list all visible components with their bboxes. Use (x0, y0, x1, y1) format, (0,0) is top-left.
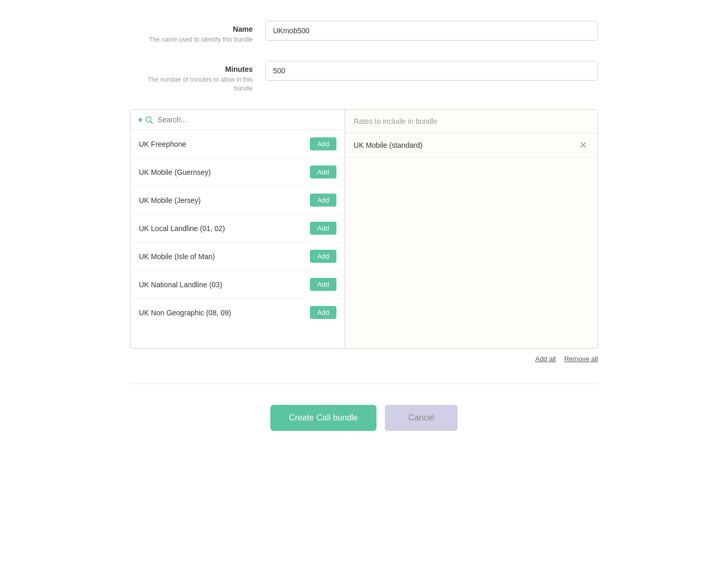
add-rate-button[interactable]: Add (310, 250, 336, 263)
list-item: UK Non Geographic (08, 09) Add (131, 299, 345, 326)
list-item: UK Mobile (Jersey) Add (131, 186, 345, 214)
name-input[interactable] (265, 21, 598, 41)
list-item-label: UK Mobile (Isle of Man) (139, 252, 215, 261)
name-label: Name (130, 25, 253, 33)
right-panel-list: UK Mobile (standard) ✕ (345, 133, 597, 348)
add-rate-button[interactable]: Add (310, 165, 336, 178)
add-rate-button[interactable]: Add (310, 222, 336, 235)
right-panel-header: Rates to include in bundle (345, 110, 597, 133)
form-container: Name The name used to identify this bund… (130, 21, 598, 462)
name-field-row: Name The name used to identify this bund… (130, 21, 598, 44)
add-all-button[interactable]: Add all (535, 355, 556, 363)
name-hint: The name used to identify this bundle (130, 35, 253, 44)
left-panel: ● UK Freephone Add UK Mobile (Guernsey) … (131, 110, 345, 348)
minutes-label-area: Minutes The number of minutes to allow i… (130, 61, 265, 93)
minutes-input-area (265, 61, 598, 81)
add-rate-button[interactable]: Add (310, 306, 336, 319)
list-item-label: UK Non Geographic (08, 09) (139, 309, 231, 317)
list-item: UK Mobile (Isle of Man) Add (131, 243, 345, 271)
action-links: Add all Remove all (130, 355, 598, 363)
remove-all-button[interactable]: Remove all (564, 355, 598, 363)
list-item-label: UK Freephone (139, 140, 186, 148)
list-item: UK Mobile (Guernsey) Add (131, 158, 345, 186)
list-item-label: UK Mobile (Guernsey) (139, 168, 211, 176)
minutes-hint: The number of minutes to allow in this b… (130, 75, 253, 93)
minutes-label: Minutes (130, 65, 253, 73)
minutes-input[interactable] (265, 61, 598, 81)
create-call-bundle-button[interactable]: Create Call bundle (270, 405, 377, 431)
minutes-field-row: Minutes The number of minutes to allow i… (130, 61, 598, 93)
list-item: UK Freephone Add (131, 130, 345, 158)
list-item-label: UK Mobile (Jersey) (139, 196, 201, 205)
remove-rate-button[interactable]: ✕ (577, 141, 589, 150)
right-list-item: UK Mobile (standard) ✕ (345, 133, 597, 158)
right-panel: Rates to include in bundle UK Mobile (st… (345, 110, 597, 348)
list-item: UK Local Landline (01, 02) Add (131, 214, 345, 243)
list-item-label: UK Local Landline (01, 02) (139, 224, 225, 233)
add-rate-button[interactable]: Add (310, 137, 336, 150)
search-icon: ● (138, 115, 153, 124)
add-rate-button[interactable]: Add (310, 278, 336, 291)
bottom-buttons: Create Call bundle Cancel (130, 405, 598, 462)
dual-panel: ● UK Freephone Add UK Mobile (Guernsey) … (130, 109, 598, 349)
right-list-item-label: UK Mobile (standard) (354, 141, 422, 149)
search-bar: ● (131, 110, 345, 130)
divider (130, 384, 598, 384)
left-list-scroll: UK Freephone Add UK Mobile (Guernsey) Ad… (131, 130, 345, 348)
panels-wrapper: ● UK Freephone Add UK Mobile (Guernsey) … (130, 109, 598, 363)
list-item-label: UK National Landline (03) (139, 280, 222, 289)
name-input-area (265, 21, 598, 41)
add-rate-button[interactable]: Add (310, 194, 336, 207)
svg-line-1 (151, 122, 153, 124)
cancel-button[interactable]: Cancel (385, 405, 458, 431)
name-label-area: Name The name used to identify this bund… (130, 21, 265, 44)
search-input[interactable] (158, 116, 337, 124)
list-item: UK National Landline (03) Add (131, 271, 345, 299)
